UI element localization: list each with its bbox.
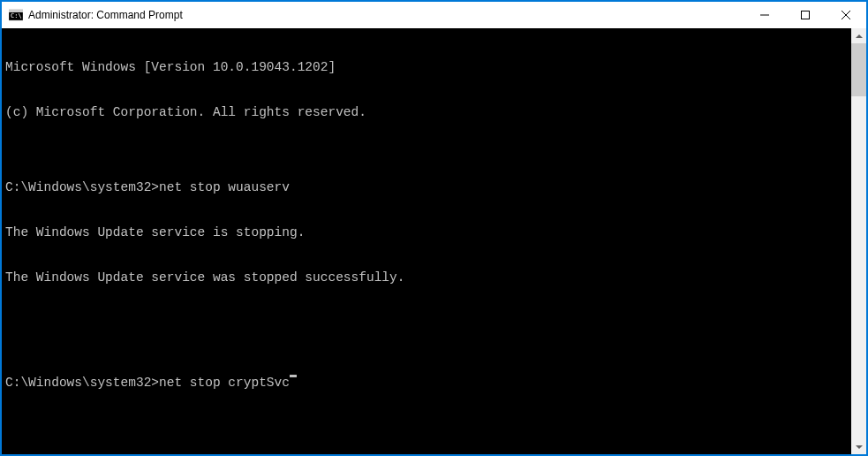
prompt-line: C:\Windows\system32>net stop cryptSvc: [5, 376, 848, 391]
command-text: net stop wuauserv: [159, 180, 290, 195]
output-line: Microsoft Windows [Version 10.0.19043.12…: [5, 60, 848, 75]
svg-text:C:\: C:\: [11, 12, 22, 19]
output-line: The Windows Update service is stopping.: [5, 225, 848, 240]
terminal-area: Microsoft Windows [Version 10.0.19043.12…: [2, 28, 866, 454]
command-prompt-window: C:\ Administrator: Command Prompt Micros…: [1, 1, 867, 455]
scroll-thumb[interactable]: [851, 43, 866, 96]
close-button[interactable]: [826, 2, 866, 28]
terminal-content[interactable]: Microsoft Windows [Version 10.0.19043.12…: [2, 28, 851, 454]
minimize-button[interactable]: [744, 2, 785, 28]
prompt-line: C:\Windows\system32>net stop wuauserv: [5, 180, 848, 195]
prompt-path: C:\Windows\system32>: [5, 180, 159, 195]
scroll-up-button[interactable]: [851, 28, 866, 43]
titlebar[interactable]: C:\ Administrator: Command Prompt: [2, 2, 866, 28]
scroll-down-button[interactable]: [851, 439, 866, 454]
maximize-button[interactable]: [785, 2, 826, 28]
vertical-scrollbar[interactable]: [851, 28, 866, 454]
svg-marker-8: [856, 445, 863, 449]
output-line: The Windows Update service was stopped s…: [5, 270, 848, 285]
svg-rect-4: [802, 11, 810, 19]
svg-marker-7: [856, 34, 863, 38]
prompt-path: C:\Windows\system32>: [5, 376, 159, 391]
window-title: Administrator: Command Prompt: [28, 9, 744, 21]
window-controls: [744, 2, 866, 28]
cursor: [290, 375, 297, 377]
command-text: net stop cryptSvc: [159, 376, 290, 391]
output-line: (c) Microsoft Corporation. All rights re…: [5, 105, 848, 120]
scroll-track[interactable]: [851, 43, 866, 439]
app-icon: C:\: [9, 8, 23, 22]
